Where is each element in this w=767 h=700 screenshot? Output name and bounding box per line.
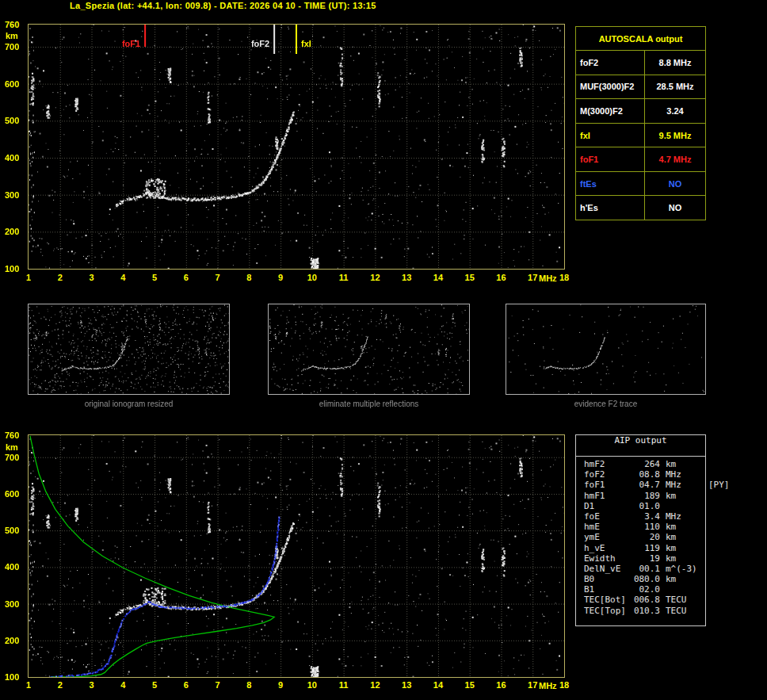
aip-row-label: B0 [576, 574, 632, 584]
autoscala-row-value: 8.8 MHz [644, 51, 705, 75]
aip-row-value: 110 [632, 522, 660, 532]
x-tick-label: 13 [399, 273, 414, 282]
aip-row: TEC[Bot]006.8TECU [576, 595, 705, 605]
x-tick-label: 5 [147, 273, 162, 282]
x-axis-unit-top: MHz [539, 273, 557, 283]
aip-row-value: 080.0 [632, 574, 660, 584]
x-tick-label: 2 [52, 273, 68, 282]
autoscala-row: MUF(3000)F228.5 MHz [576, 75, 705, 99]
thumbnail-evidence-f2 [506, 304, 706, 395]
autoscala-row-value: 4.7 MHz [644, 147, 705, 171]
y-tick-label: 400 [5, 153, 25, 163]
autoscala-row-label: MUF(3000)F2 [576, 75, 644, 99]
x-tick-label: 10 [304, 680, 320, 690]
autoscala-row: ftEsNO [576, 171, 705, 196]
x-tick-label: 10 [304, 273, 320, 282]
ionogram-canvas-top [29, 25, 564, 269]
autoscala-output-title: AUTOSCALA output [576, 27, 705, 50]
thumbnail-canvas-original [29, 304, 229, 394]
aip-row-unit: m^(-3) [660, 564, 697, 574]
x-tick-label: 15 [462, 273, 478, 282]
y-tick-label: 300 [5, 190, 25, 200]
x-tick-label: 9 [273, 680, 288, 690]
x-tick-label: 15 [462, 680, 478, 690]
x-tick-label: 6 [178, 680, 194, 690]
autoscala-output-rows: foF28.8 MHzMUF(3000)F228.5 MHzM(3000)F23… [576, 50, 705, 220]
autoscala-row: foF28.8 MHz [576, 50, 705, 75]
autoscala-row-value: 9.5 MHz [644, 124, 705, 147]
aip-row-value: 189 [632, 491, 660, 501]
thumbnail-caption-original: original ionogram resized [28, 400, 230, 408]
autoscala-row-value: 28.5 MHz [644, 75, 705, 99]
autoscala-row-value: 3.24 [644, 99, 705, 123]
y-tick-label: 700 [5, 42, 25, 52]
aip-row-label: Ewidth [576, 553, 632, 564]
aip-row-unit: km [660, 522, 676, 532]
autoscala-row: fxI9.5 MHz [576, 123, 705, 147]
autoscala-row: M(3000)F23.24 [576, 98, 705, 123]
x-tick-label: 7 [210, 680, 226, 690]
y-tick-label: 760 [5, 20, 25, 29]
x-tick-label: 9 [273, 273, 288, 282]
y-axis-unit-top: km [6, 31, 18, 40]
aip-row-label: DelN_vE [576, 564, 632, 574]
aip-row-unit: MHz [660, 511, 681, 522]
aip-row-label: B1 [576, 584, 632, 595]
x-tick-label: 2 [52, 680, 68, 690]
y-tick-label: 200 [5, 227, 25, 236]
aip-row-unit: km [660, 491, 676, 501]
x-axis-unit-bottom: MHz [539, 681, 557, 690]
y-axis-unit-bottom: km [6, 442, 18, 452]
x-tick-label: 13 [399, 680, 414, 690]
autoscala-row-label: M(3000)F2 [576, 99, 644, 123]
x-tick-label: 18 [556, 680, 572, 690]
ionogram-canvas-bottom [29, 435, 564, 677]
aip-row-label: ymE [576, 532, 632, 542]
aip-row-unit: TECU [660, 606, 687, 616]
aip-row-unit: TECU [660, 595, 687, 605]
aip-output-rows: hmF2264kmfoF208.8MHzfoF104.7MHz[PY]hmF11… [576, 457, 705, 616]
x-tick-label: 16 [493, 680, 509, 690]
thumbnail-caption-evidence: evidence F2 trace [506, 400, 706, 408]
aip-row: B0080.0km [576, 574, 705, 584]
autoscala-window: La_Spezia (lat: +44.1, lon: 009.8) - DAT… [0, 0, 767, 700]
aip-row: DelN_vE00.1m^(-3) [576, 564, 705, 574]
aip-row-label: hmE [576, 522, 632, 532]
aip-row-unit: km [660, 574, 676, 584]
y-tick-label: 760 [5, 430, 25, 440]
y-tick-label: 500 [5, 116, 25, 125]
aip-row-label: hmF1 [576, 491, 632, 501]
aip-row-value: 264 [632, 459, 660, 469]
autoscala-row: h'EsNO [576, 195, 705, 220]
x-tick-label: 8 [241, 680, 257, 690]
x-tick-label: 1 [21, 273, 36, 282]
aip-row: foF104.7MHz[PY] [576, 480, 705, 490]
aip-row-value: 01.0 [632, 501, 660, 511]
aip-row: hmF1189km [576, 491, 705, 501]
aip-row-label: hmF2 [576, 459, 632, 469]
aip-row-note: [PY] [708, 480, 730, 490]
aip-row: ymE20km [576, 532, 705, 542]
aip-row-unit: MHz [660, 480, 681, 490]
y-tick-label: 300 [5, 599, 25, 609]
x-tick-label: 16 [493, 273, 509, 282]
aip-row-value: 3.4 [632, 511, 660, 522]
aip-row-label: TEC[Top] [576, 606, 632, 616]
x-tick-label: 7 [210, 273, 226, 282]
thumbnail-canvas-eliminate [269, 304, 469, 394]
autoscala-row-label: h'Es [576, 196, 644, 220]
aip-row: foF208.8MHz [576, 469, 705, 480]
x-tick-label: 6 [178, 273, 194, 282]
aip-row: B102.0 [576, 584, 705, 595]
aip-row: TEC[Top]010.3TECU [576, 606, 705, 616]
aip-row-value: 02.0 [632, 584, 660, 595]
autoscala-row-label: fxI [576, 124, 644, 147]
x-tick-label: 14 [430, 680, 446, 690]
aip-row: h_vE119km [576, 543, 705, 553]
y-tick-label: 500 [5, 526, 25, 535]
x-tick-label: 4 [115, 680, 131, 690]
aip-row-label: TEC[Bot] [576, 595, 632, 605]
x-tick-label: 11 [336, 680, 352, 690]
y-tick-label: 700 [5, 453, 25, 462]
thumbnail-original-ionogram [28, 304, 230, 395]
